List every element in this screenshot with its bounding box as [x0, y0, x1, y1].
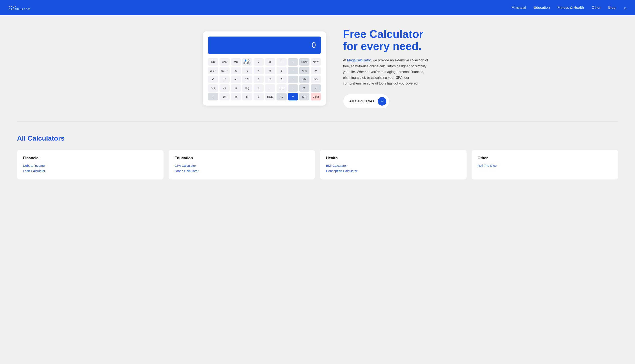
calc-btn-e[interactable]: e: [242, 67, 252, 74]
nav-other[interactable]: Other: [592, 6, 600, 10]
calc-btn-plus[interactable]: +: [288, 58, 298, 66]
calc-btn-dot[interactable]: .: [265, 84, 275, 92]
calc-btn-cos-inv[interactable]: cos⁻¹: [208, 67, 218, 74]
hero-text: Free Calculator for every need. At MegaC…: [343, 28, 432, 109]
calc-btn-5[interactable]: 5: [265, 67, 275, 74]
calculator-widget: 0 sin cos tan DegRad 7 8 9 + Back sin⁻¹ …: [203, 32, 326, 106]
calc-btn-ac[interactable]: AC: [276, 93, 287, 100]
calc-btn-mplus[interactable]: M+: [299, 76, 310, 83]
calc-btn-exp[interactable]: EXP: [276, 84, 287, 92]
arrow-icon: →: [378, 97, 386, 106]
deg-rad-toggle[interactable]: DegRad: [242, 58, 252, 66]
calc-btn-x2[interactable]: x²: [220, 76, 230, 83]
calc-btn-xy[interactable]: xʸ: [311, 67, 321, 74]
calc-btn-multiply[interactable]: ×: [288, 76, 298, 83]
calc-btn-sin-inv[interactable]: sin⁻¹: [311, 58, 321, 66]
calc-btn-pi[interactable]: π: [231, 67, 241, 74]
calc-btn-cos[interactable]: cos: [220, 58, 230, 66]
calc-btn-clear[interactable]: Clear: [311, 93, 321, 100]
nav-financial[interactable]: Financial: [512, 6, 526, 10]
conception-calculator-link[interactable]: Conception Calculator: [326, 169, 461, 173]
calc-btn-equals[interactable]: =: [288, 93, 298, 100]
health-card-title: Health: [326, 156, 461, 160]
debt-to-income-link[interactable]: Debt-to-income: [23, 164, 158, 167]
megacalculator-link[interactable]: MegaCalculator: [347, 58, 371, 62]
financial-card-title: Financial: [23, 156, 158, 160]
calc-btn-2[interactable]: 2: [265, 76, 275, 83]
calc-btn-back[interactable]: Back: [299, 58, 310, 66]
calc-btn-rparen[interactable]: ): [208, 93, 218, 100]
calc-btn-0[interactable]: 0: [254, 84, 264, 92]
roll-the-dice-link[interactable]: Roll The Dice: [478, 164, 612, 167]
calc-btn-tan-inv[interactable]: tan⁻¹: [220, 67, 230, 74]
hero-section: 0 sin cos tan DegRad 7 8 9 + Back sin⁻¹ …: [0, 15, 635, 122]
calculator-display: 0: [208, 36, 321, 54]
calc-btn-mr[interactable]: MR: [299, 93, 310, 100]
all-calculators-title: All Calculators: [17, 134, 618, 142]
calc-btn-divide[interactable]: /: [288, 84, 298, 92]
site-logo[interactable]: mega CALCULATOR: [8, 5, 30, 10]
hero-description: At MegaCalculator, we provide an extensi…: [343, 57, 432, 86]
grade-calculator-link[interactable]: Grade Calculator: [174, 169, 309, 173]
calc-btn-minus[interactable]: -: [288, 67, 298, 74]
calculator-buttons: sin cos tan DegRad 7 8 9 + Back sin⁻¹ co…: [208, 58, 321, 100]
education-card-title: Education: [174, 156, 309, 160]
financial-card: Financial Debt-to-income Loan Calculator: [17, 150, 164, 180]
calc-btn-sqrt[interactable]: √x: [220, 84, 230, 92]
calc-btn-ans[interactable]: Ans: [299, 67, 310, 74]
all-calculators-section: All Calculators Financial Debt-to-income…: [0, 122, 635, 192]
other-card-title: Other: [478, 156, 612, 160]
navigation: mega CALCULATOR Financial Education Fitn…: [0, 0, 635, 15]
calc-btn-1[interactable]: 1: [254, 76, 264, 83]
education-card: Education GPA Calculator Grade Calculato…: [169, 150, 315, 180]
logo-sub: CALCULATOR: [8, 8, 30, 10]
calc-btn-reciprocal[interactable]: 1/x: [220, 93, 230, 100]
calc-btn-rnd[interactable]: RND: [265, 93, 275, 100]
calc-btn-lparen[interactable]: (: [311, 84, 321, 92]
hero-title: Free Calculator for every need.: [343, 28, 432, 52]
calc-btn-3[interactable]: 3: [276, 76, 287, 83]
search-icon[interactable]: ⌕: [624, 5, 626, 10]
calc-btn-log[interactable]: log: [242, 84, 252, 92]
calc-btn-ex[interactable]: eˣ: [231, 76, 241, 83]
nav-blog[interactable]: Blog: [608, 6, 616, 10]
calc-btn-xrootx[interactable]: ˣ√x: [311, 76, 321, 83]
logo-text: mega: [8, 5, 30, 8]
calculator-cards: Financial Debt-to-income Loan Calculator…: [17, 150, 618, 180]
calc-btn-plusminus[interactable]: ±: [254, 93, 264, 100]
calc-btn-cbrt[interactable]: ³√x: [208, 84, 218, 92]
calc-btn-9[interactable]: 9: [276, 58, 287, 66]
nav-links: Financial Education Fitness & Health Oth…: [512, 6, 616, 10]
calc-btn-6[interactable]: 6: [276, 67, 287, 74]
calc-btn-mminus[interactable]: M-: [299, 84, 310, 92]
calc-btn-7[interactable]: 7: [254, 58, 264, 66]
gpa-calculator-link[interactable]: GPA Calculator: [174, 164, 309, 167]
calc-btn-4[interactable]: 4: [254, 67, 264, 74]
calc-btn-percent[interactable]: %: [231, 93, 241, 100]
other-card: Other Roll The Dice: [472, 150, 618, 180]
health-card: Health BMI Calculator Conception Calcula…: [320, 150, 466, 180]
calc-btn-factorial[interactable]: n!: [242, 93, 252, 100]
calc-btn-10x[interactable]: 10ˣ: [242, 76, 252, 83]
bmi-calculator-link[interactable]: BMI Calculator: [326, 164, 461, 167]
loan-calculator-link[interactable]: Loan Calculator: [23, 169, 158, 173]
all-calculators-button[interactable]: All Calculators →: [343, 94, 390, 109]
nav-education[interactable]: Education: [534, 6, 550, 10]
calc-btn-8[interactable]: 8: [265, 58, 275, 66]
calc-btn-x3[interactable]: x³: [208, 76, 218, 83]
nav-fitness[interactable]: Fitness & Health: [558, 6, 584, 10]
calc-btn-ln[interactable]: ln: [231, 84, 241, 92]
calc-btn-sin[interactable]: sin: [208, 58, 218, 66]
calc-btn-tan[interactable]: tan: [231, 58, 241, 66]
